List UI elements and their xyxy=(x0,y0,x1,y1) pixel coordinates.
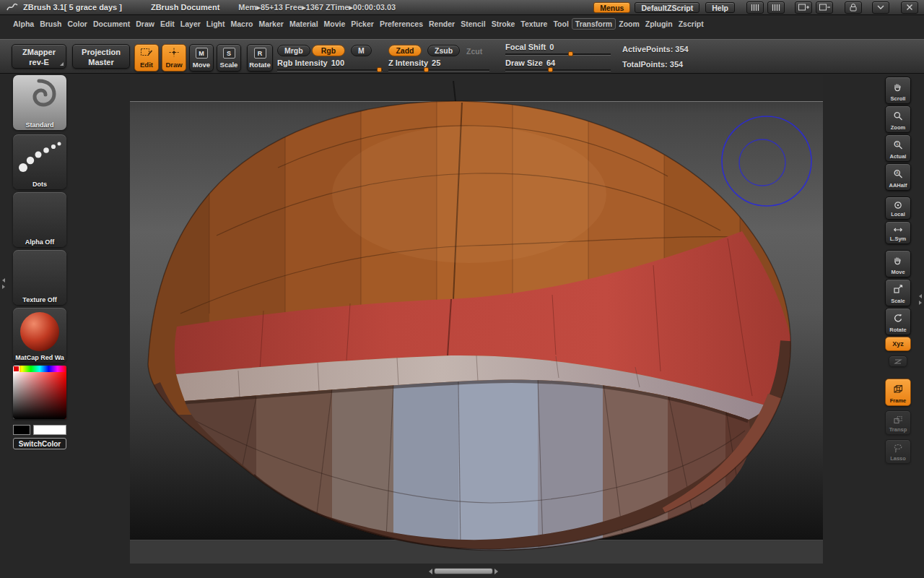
menu-item-brush[interactable]: Brush xyxy=(37,19,64,29)
menu-item-layer[interactable]: Layer xyxy=(178,19,204,29)
menu-item-stencil[interactable]: Stencil xyxy=(458,19,488,29)
rgb-intensity-track[interactable] xyxy=(277,69,383,71)
texture-thumbnail[interactable]: Texture Off xyxy=(13,250,66,305)
menu-item-transform[interactable]: Transform xyxy=(572,18,616,30)
lasso-button[interactable]: Lasso xyxy=(885,439,911,464)
z-intensity-thumb[interactable] xyxy=(424,67,429,72)
scroll-left-arrow-icon[interactable] xyxy=(429,569,432,574)
zcut-button[interactable]: Zcut xyxy=(466,47,482,56)
lsym-button[interactable]: L.Sym xyxy=(885,221,911,244)
alpha-thumbnail[interactable]: Alpha Off xyxy=(13,192,66,247)
rotate-button[interactable]: R Rotate xyxy=(247,44,273,72)
switch-color-button[interactable]: SwitchColor xyxy=(13,438,66,449)
scroll-right-arrow-icon[interactable] xyxy=(494,569,498,574)
doc-zoom-out-icon[interactable] xyxy=(816,1,833,14)
menus-button[interactable]: Menus xyxy=(593,2,630,13)
collapse-left-icon xyxy=(2,278,5,282)
menu-item-marker[interactable]: Marker xyxy=(256,19,286,29)
color-picker[interactable] xyxy=(13,366,66,419)
draw-size-slider[interactable]: Draw Size 64 xyxy=(505,59,611,71)
top-shelf: ZMapper rev-E Projection Master Edit Dra… xyxy=(0,39,924,74)
hand-scroll-icon xyxy=(893,79,903,95)
menu-item-texture[interactable]: Texture xyxy=(518,19,550,29)
zmapper-button[interactable]: ZMapper rev-E xyxy=(12,44,66,69)
draw-size-track[interactable] xyxy=(505,69,611,71)
material-thumbnail[interactable]: MatCap Red Wa xyxy=(13,308,66,363)
title-bar: ZBrush 3.1[ 5 grace days ] ZBrush Docume… xyxy=(0,0,924,15)
edit-button[interactable]: Edit xyxy=(134,44,159,72)
move-view-button[interactable]: Move xyxy=(885,250,911,277)
collapse-interface-icon[interactable] xyxy=(872,1,889,14)
xyz-button[interactable]: Xyz xyxy=(885,337,911,351)
texture-caption: Texture Off xyxy=(13,296,66,303)
menu-item-picker[interactable]: Picker xyxy=(348,19,377,29)
rotate-view-button[interactable]: Rotate xyxy=(885,308,911,335)
focal-shift-thumb[interactable] xyxy=(568,51,573,56)
scale-view-button[interactable]: Scale xyxy=(885,279,911,306)
right-tray-divider-handle[interactable] xyxy=(917,290,923,308)
rgb-intensity-slider[interactable]: Rgb Intensity 100 xyxy=(277,59,383,71)
frame-button[interactable]: Frame xyxy=(885,379,911,406)
scale-button[interactable]: S Scale xyxy=(217,44,241,72)
right-tray-toggle-icon[interactable] xyxy=(767,1,785,14)
menu-item-macro[interactable]: Macro xyxy=(228,19,256,29)
rgb-intensity-thumb[interactable] xyxy=(377,67,382,72)
aahalf-button[interactable]: A AAHalf xyxy=(885,163,911,191)
menu-item-material[interactable]: Material xyxy=(287,19,321,29)
menu-item-color[interactable]: Color xyxy=(65,19,90,29)
transp-button[interactable]: Transp xyxy=(885,410,911,435)
mrgb-button[interactable]: Mrgb xyxy=(277,45,310,56)
menu-item-draw[interactable]: Draw xyxy=(133,19,157,29)
menu-item-zoom[interactable]: Zoom xyxy=(616,19,642,29)
menu-item-render[interactable]: Render xyxy=(426,19,458,29)
scrollbar-thumb[interactable] xyxy=(434,568,493,574)
lock-icon[interactable] xyxy=(845,1,862,14)
z-intensity-slider[interactable]: Z Intensity 25 xyxy=(388,59,489,71)
horizontal-scrollbar[interactable] xyxy=(429,568,498,574)
menu-item-light[interactable]: Light xyxy=(204,19,228,29)
draw-button[interactable]: Draw xyxy=(162,44,186,72)
sculpt-model[interactable] xyxy=(130,95,823,556)
expand-left-icon xyxy=(2,285,5,289)
zoom-button[interactable]: Zoom xyxy=(885,105,911,133)
stroke-thumbnail[interactable]: Dots xyxy=(13,134,66,189)
projection-master-button[interactable]: Projection Master xyxy=(72,44,130,69)
menu-item-zscript[interactable]: Zscript xyxy=(676,19,707,29)
menu-item-zplugin[interactable]: Zplugin xyxy=(642,19,676,29)
rgb-button[interactable]: Rgb xyxy=(312,45,345,56)
doc-zoom-in-icon[interactable] xyxy=(795,1,812,14)
menu-item-document[interactable]: Document xyxy=(90,19,133,29)
secondary-color-swatch[interactable] xyxy=(13,425,30,435)
expand-right-icon xyxy=(919,301,922,305)
menu-item-alpha[interactable]: Alpha xyxy=(10,19,37,29)
m-button[interactable]: M xyxy=(351,45,372,56)
menu-item-movie[interactable]: Movie xyxy=(321,19,349,29)
zadd-button[interactable]: Zadd xyxy=(388,45,422,56)
menu-item-stroke[interactable]: Stroke xyxy=(489,19,518,29)
alt-color-swatch[interactable] xyxy=(33,425,66,435)
scroll-button[interactable]: Scroll xyxy=(885,77,911,104)
focal-shift-track[interactable] xyxy=(505,53,611,55)
focal-shift-slider[interactable]: Focal Shift 0 xyxy=(505,43,611,55)
hue-bar[interactable] xyxy=(13,366,66,372)
current-brush-thumbnail[interactable]: Standard xyxy=(13,75,66,130)
left-tray-toggle-icon[interactable] xyxy=(746,1,764,14)
menu-item-tool[interactable]: Tool xyxy=(550,19,571,29)
projection-label-top: Projection xyxy=(73,47,129,57)
z-intensity-track[interactable] xyxy=(388,69,489,71)
saturation-value-square[interactable] xyxy=(13,372,66,419)
document-canvas[interactable] xyxy=(130,75,823,564)
draw-size-thumb[interactable] xyxy=(548,67,553,72)
z-axis-button[interactable] xyxy=(889,355,907,367)
zsub-button[interactable]: Zsub xyxy=(427,45,460,56)
actual-button[interactable]: 1 Actual xyxy=(885,134,911,162)
rgb-intensity-label: Rgb Intensity xyxy=(277,59,328,67)
left-tray-divider-handle[interactable] xyxy=(0,275,6,292)
menu-item-preferences[interactable]: Preferences xyxy=(377,19,426,29)
menu-item-edit[interactable]: Edit xyxy=(157,19,178,29)
default-zscript-button[interactable]: DefaultZScript xyxy=(635,2,699,13)
close-icon[interactable] xyxy=(901,1,918,14)
move-button[interactable]: M Move xyxy=(189,44,214,72)
help-button[interactable]: Help xyxy=(705,2,735,13)
local-button[interactable]: Local xyxy=(885,197,911,220)
